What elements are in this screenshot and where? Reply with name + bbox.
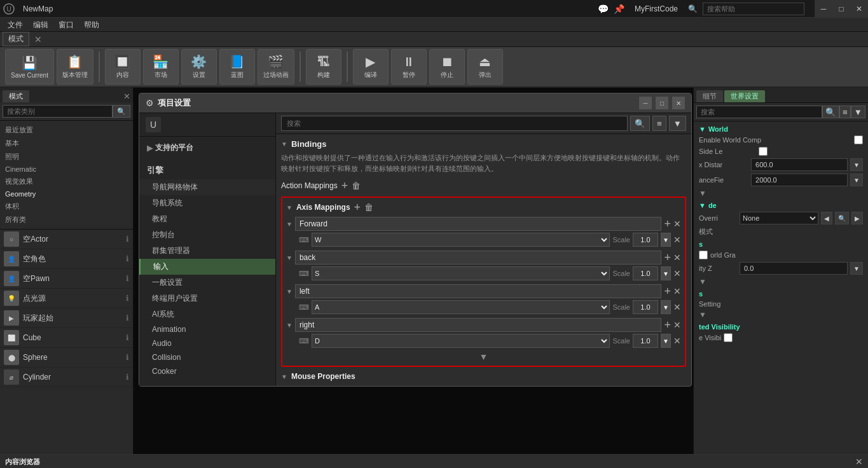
back-scale-input[interactable]: [633, 266, 658, 280]
actor-empty-pawn[interactable]: 👤 空Pawn ℹ: [0, 269, 133, 289]
settings-expand-button[interactable]: ▼: [699, 310, 706, 319]
toolbar-version-button[interactable]: 📋 版本管理: [57, 49, 93, 85]
sidebar-item-input[interactable]: 输入: [139, 259, 275, 275]
forward-collapse-icon[interactable]: ▼: [286, 221, 293, 228]
sidebar-item-crowd[interactable]: 群集管理器: [139, 243, 275, 259]
sidebar-item-end-user[interactable]: 终端用户设置: [139, 291, 275, 306]
detail-tab[interactable]: 细节: [696, 90, 723, 102]
toolbar-build-button[interactable]: 🏗 构建: [306, 49, 341, 85]
dialog-search-go-button[interactable]: 🔍: [630, 116, 650, 131]
sidebar-item-nav-system[interactable]: 导航系统: [139, 195, 275, 211]
right-search-button[interactable]: 🔍: [822, 106, 839, 118]
back-add-key-button[interactable]: +: [664, 252, 671, 263]
mouse-collapse-icon[interactable]: ▼: [281, 373, 287, 380]
actor-search-input[interactable]: [3, 105, 113, 118]
back-key-dropdown[interactable]: S: [312, 266, 610, 280]
platforms-header[interactable]: ▶ 支持的平台: [139, 139, 275, 156]
left-scale-toggle-button[interactable]: ▼: [661, 300, 671, 314]
actor-player-start[interactable]: ▶ 玩家起始 ℹ: [0, 308, 133, 328]
category-basic[interactable]: 基本: [0, 137, 133, 150]
world-section-arrow[interactable]: ▼: [699, 125, 706, 133]
left-key-dropdown[interactable]: A: [312, 300, 610, 314]
maximize-button[interactable]: □: [832, 0, 850, 18]
toolbar-content-button[interactable]: 🔲 内容: [105, 49, 141, 85]
forward-key-remove-button[interactable]: ✕: [673, 235, 681, 245]
lancefield-input[interactable]: [751, 174, 848, 186]
bindings-collapse-arrow[interactable]: ▼: [281, 141, 287, 148]
dialog-maximize-button[interactable]: □: [656, 97, 668, 109]
right-name-input[interactable]: [295, 318, 662, 332]
toolbar-save-button[interactable]: 💾 Save Current: [5, 49, 54, 85]
menu-file[interactable]: 文件: [3, 18, 28, 32]
gravity-z-expand[interactable]: ▼: [850, 262, 863, 275]
right-key-dropdown[interactable]: D: [312, 334, 610, 348]
right-add-key-button[interactable]: +: [664, 319, 671, 331]
right-options-button[interactable]: ▼: [851, 106, 865, 118]
x-distance-input[interactable]: [751, 158, 848, 171]
sidebar-item-animation[interactable]: Animation: [139, 322, 275, 336]
sidebar-item-collision[interactable]: Collision: [139, 350, 275, 364]
forward-delete-button[interactable]: ✕: [673, 219, 681, 229]
left-delete-button[interactable]: ✕: [673, 286, 681, 296]
right-key-remove-button[interactable]: ✕: [673, 336, 681, 346]
visibility-checkbox[interactable]: [724, 333, 733, 342]
toolbar-blueprint-button[interactable]: 📘 蓝图: [219, 49, 255, 85]
category-recently-placed[interactable]: 最近放置: [0, 123, 133, 137]
lod-right-arrow[interactable]: ▶: [851, 212, 863, 224]
mode-tab[interactable]: 模式: [3, 90, 29, 102]
actor-empty-actor[interactable]: ○ 空Actor ℹ: [0, 230, 133, 249]
action-mappings-delete-button[interactable]: 🗑: [352, 181, 361, 191]
dialog-options-button[interactable]: ▼: [669, 116, 686, 131]
back-collapse-icon[interactable]: ▼: [286, 254, 293, 261]
menu-window[interactable]: 窗口: [53, 18, 79, 32]
sidebar-item-cooker[interactable]: Cooker: [139, 364, 275, 378]
right-view-button[interactable]: ≡: [839, 106, 851, 118]
category-all[interactable]: 所有类: [0, 213, 133, 226]
toolbar-market-button[interactable]: 🏪 市场: [143, 49, 179, 85]
toolbar-cinematic-button[interactable]: 🎬 过场动画: [258, 49, 294, 85]
lancefield-expand[interactable]: ▼: [850, 174, 863, 186]
actor-empty-character[interactable]: 👤 空角色 ℹ: [0, 249, 133, 269]
actor-cube[interactable]: ⬜ Cube ℹ: [0, 328, 133, 348]
right-scale-toggle-button[interactable]: ▼: [661, 334, 671, 348]
world-expand-button[interactable]: ▼: [699, 189, 706, 198]
actor-cylinder[interactable]: ⌀ Cylinder ℹ: [0, 368, 133, 387]
toolbar-play-button[interactable]: ▶ 编译: [353, 49, 389, 85]
left-add-key-button[interactable]: +: [664, 286, 671, 297]
dialog-minimize-button[interactable]: ─: [639, 97, 652, 109]
category-cinematic[interactable]: Cinematic: [0, 163, 133, 175]
sidebar-item-nav-mesh[interactable]: 导航网格物体: [139, 179, 275, 195]
right-search-input[interactable]: [696, 106, 822, 118]
left-key-remove-button[interactable]: ✕: [673, 302, 681, 312]
right-collapse-icon[interactable]: ▼: [286, 322, 293, 329]
dialog-search-input[interactable]: [281, 116, 628, 131]
axis-collapse-arrow[interactable]: ▼: [286, 204, 293, 211]
left-collapse-icon[interactable]: ▼: [286, 288, 293, 295]
right-scale-input[interactable]: [633, 334, 658, 348]
menu-edit[interactable]: 编辑: [28, 18, 53, 32]
forward-scale-toggle-button[interactable]: ▼: [661, 233, 671, 247]
sidebar-item-console[interactable]: 控制台: [139, 227, 275, 243]
lod-search-icon-btn[interactable]: 🔍: [835, 212, 849, 224]
back-scale-toggle-button[interactable]: ▼: [661, 266, 671, 280]
back-delete-button[interactable]: ✕: [673, 252, 681, 263]
right-delete-button[interactable]: ✕: [673, 320, 681, 330]
actor-sphere[interactable]: ⬤ Sphere ℹ: [0, 348, 133, 368]
toolbar-stop-button[interactable]: ⏹ 停止: [429, 49, 465, 85]
actor-point-light[interactable]: 💡 点光源 ℹ: [0, 289, 133, 308]
back-key-remove-button[interactable]: ✕: [673, 268, 681, 279]
actor-search-button[interactable]: 🔍: [113, 105, 130, 118]
back-name-input[interactable]: [295, 251, 662, 265]
sidebar-item-tutorial[interactable]: 教程: [139, 211, 275, 227]
axis-add-button[interactable]: +: [354, 202, 361, 213]
lod-left-arrow[interactable]: ◀: [821, 212, 832, 224]
category-lighting[interactable]: 照明: [0, 150, 133, 163]
dialog-view-toggle-button[interactable]: ≡: [652, 116, 666, 131]
world-gravity-checkbox[interactable]: [699, 251, 708, 259]
cb-close-button[interactable]: ✕: [855, 457, 863, 467]
lod-section-arrow[interactable]: ▼: [699, 202, 706, 209]
engine-header[interactable]: 引擎: [139, 162, 275, 179]
gravity-expand-button[interactable]: ▼: [699, 277, 706, 286]
action-mappings-add-button[interactable]: +: [341, 180, 348, 191]
mode-toggle-x[interactable]: ✕: [34, 34, 42, 45]
